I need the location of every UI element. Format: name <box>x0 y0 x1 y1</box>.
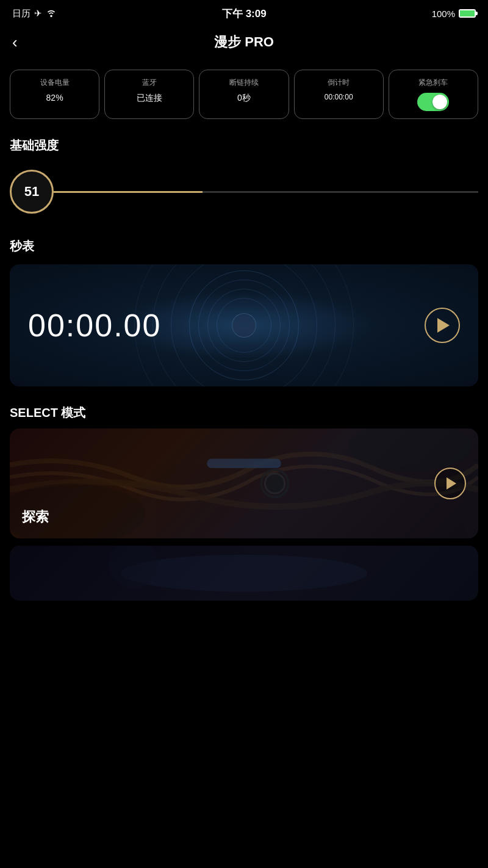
timer-card[interactable]: 倒计时 00:00:00 <box>294 70 384 119</box>
timer-card-value: 00:00:00 <box>325 93 353 101</box>
chain-card-label: 断链持续 <box>229 78 259 88</box>
explore-mode-card[interactable]: 探索 <box>10 429 478 538</box>
slider-area: 51 <box>0 157 488 232</box>
header: ‹ 漫步 PRO <box>0 27 488 63</box>
bluetooth-card-label: 蓝牙 <box>142 78 157 88</box>
battery-card-value: 82% <box>46 93 63 103</box>
bluetooth-card[interactable]: 蓝牙 已连接 <box>104 70 194 119</box>
bluetooth-card-value: 已连接 <box>137 93 162 104</box>
status-time: 下午 3:09 <box>222 7 267 21</box>
slider-track-fill <box>54 191 203 193</box>
brake-toggle[interactable] <box>417 93 449 111</box>
stopwatch-content: 00:00.00 <box>10 264 478 386</box>
status-right: 100% <box>432 9 476 19</box>
cards-row: 设备电量 82% 蓝牙 已连接 断链持续 0秒 倒计时 00:00:00 紧急刹… <box>0 63 488 131</box>
stopwatch-center-dot <box>232 313 256 338</box>
timer-card-label: 倒计时 <box>328 78 350 88</box>
stopwatch-container: 00:00.00 <box>10 264 478 386</box>
second-mode-card[interactable] <box>10 546 478 601</box>
stopwatch-title: 秒表 <box>0 232 488 258</box>
battery-icon <box>459 9 476 18</box>
chain-card-value: 0秒 <box>237 93 251 104</box>
airplane-icon: ✈ <box>34 8 42 19</box>
stopwatch-time: 00:00.00 <box>28 307 425 344</box>
battery-card[interactable]: 设备电量 82% <box>10 70 99 119</box>
calendar-icon: 日历 <box>12 8 30 20</box>
brake-card-label: 紧急刹车 <box>418 78 448 88</box>
explore-play-button[interactable] <box>434 468 466 499</box>
svg-rect-3 <box>207 459 281 468</box>
stopwatch-play-button[interactable] <box>425 308 460 343</box>
page-title: 漫步 PRO <box>214 33 274 51</box>
toggle-thumb <box>432 95 447 109</box>
explore-play-icon <box>447 477 456 490</box>
slider-value: 51 <box>24 184 39 200</box>
explore-mode-label: 探索 <box>22 508 49 526</box>
select-mode-title: SELECT 模式 <box>0 399 488 429</box>
slider-thumb[interactable]: 51 <box>10 170 54 214</box>
battery-percent: 100% <box>432 9 455 19</box>
battery-card-label: 设备电量 <box>40 78 70 88</box>
wifi-icon <box>46 9 57 19</box>
status-bar: 日历 ✈ 下午 3:09 100% <box>0 0 488 27</box>
second-card-bg <box>10 546 478 601</box>
basic-strength-title: 基础强度 <box>0 131 488 157</box>
explore-card-bg <box>10 429 478 538</box>
brake-card[interactable]: 紧急刹车 <box>389 70 478 119</box>
svg-point-7 <box>121 555 367 592</box>
chain-card[interactable]: 断链持续 0秒 <box>199 70 289 119</box>
status-left: 日历 ✈ <box>12 8 57 20</box>
play-icon <box>437 318 450 333</box>
slider-track[interactable] <box>54 191 478 193</box>
svg-point-5 <box>265 474 284 493</box>
back-button[interactable]: ‹ <box>12 33 18 52</box>
